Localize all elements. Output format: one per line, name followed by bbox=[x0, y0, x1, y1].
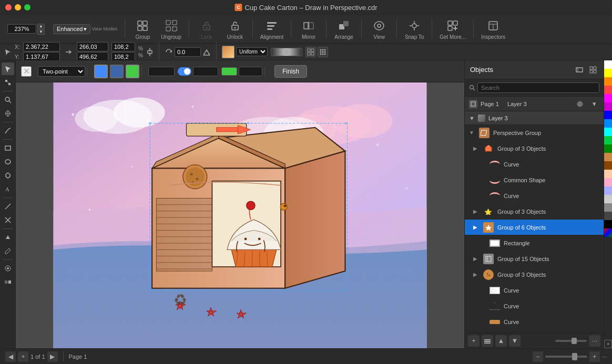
canvas-drawing[interactable]: ✦ ✦ ✦ ✦ ✦ ✦ bbox=[16, 82, 464, 348]
inspectors-button[interactable]: Inspectors bbox=[478, 16, 508, 41]
panel-grid-icon[interactable] bbox=[588, 65, 598, 75]
palette-color-pink[interactable] bbox=[604, 178, 612, 186]
layer-down-button[interactable]: ▼ bbox=[509, 335, 521, 347]
object-item-curve-4[interactable]: ▶ Curve bbox=[465, 298, 604, 314]
object-item-group15[interactable]: ▶ Group of 15 Objects bbox=[465, 251, 604, 267]
view-mode-group[interactable]: Enhanced ▾ View Modes bbox=[50, 16, 120, 41]
color-display[interactable] bbox=[221, 67, 237, 76]
object-item-group3-1[interactable]: ▶ Group of 3 Objects bbox=[465, 141, 604, 157]
ungroup-button[interactable]: Ungroup bbox=[158, 16, 184, 41]
unlock-button[interactable]: Unlock bbox=[222, 16, 248, 41]
transparency-slider[interactable] bbox=[271, 48, 302, 56]
layer-up-button[interactable]: ▲ bbox=[495, 335, 507, 347]
palette-color-dark-gray[interactable] bbox=[604, 212, 612, 220]
arrange-button[interactable]: Arrange bbox=[331, 16, 357, 41]
expand-icon[interactable]: ▶ bbox=[473, 209, 480, 214]
select-tool-button[interactable] bbox=[2, 63, 14, 75]
perspective-close-button[interactable]: ✕ bbox=[21, 66, 32, 77]
palette-color-dark-green[interactable] bbox=[604, 144, 612, 153]
view-button[interactable]: View bbox=[366, 16, 392, 41]
fill-tool-button[interactable] bbox=[2, 231, 14, 244]
next-page-button[interactable]: ▶ bbox=[47, 351, 58, 362]
palette-color-light-gray[interactable] bbox=[604, 195, 612, 203]
line-tool-button[interactable] bbox=[2, 200, 14, 213]
x-coord-input[interactable]: 2.367,22 bbox=[23, 42, 60, 51]
palette-color-gray[interactable] bbox=[604, 203, 612, 212]
expand-icon[interactable]: ▶ bbox=[473, 145, 480, 151]
palette-no-fill[interactable]: ✕ bbox=[604, 340, 612, 348]
expand-icon[interactable]: ▶ bbox=[473, 224, 480, 230]
perspective-color-2[interactable] bbox=[110, 65, 124, 78]
object-item-perspective-group[interactable]: ▼ Perspective Group bbox=[465, 125, 604, 141]
layer-expand-icon[interactable]: ▼ bbox=[469, 115, 475, 121]
alignment-button[interactable]: Alignment bbox=[257, 16, 287, 41]
width-pct-input[interactable] bbox=[111, 42, 135, 51]
palette-color-more[interactable] bbox=[604, 228, 612, 237]
layer-3-row[interactable]: ▼ Layer 3 bbox=[465, 111, 604, 125]
zoom-up-button[interactable]: ▲ bbox=[37, 24, 45, 29]
lock-button[interactable]: Lock bbox=[193, 16, 220, 41]
angle-input[interactable] bbox=[175, 47, 201, 57]
panel-chevron-button[interactable]: ▾ bbox=[589, 99, 599, 109]
object-item-group3-3[interactable]: ▶ Group of 3 Objects bbox=[465, 267, 604, 283]
palette-color-cyan[interactable] bbox=[604, 128, 612, 136]
group-button[interactable]: Group bbox=[129, 16, 156, 41]
perspective-toggle[interactable] bbox=[178, 67, 191, 76]
panel-more-button[interactable]: ··· bbox=[589, 335, 600, 347]
object-item-curve-5[interactable]: ▶ Curve bbox=[465, 314, 604, 330]
zoom-in-button[interactable]: + bbox=[589, 351, 600, 362]
add-layer-button[interactable]: + bbox=[468, 335, 480, 347]
palette-color-orange[interactable] bbox=[604, 77, 612, 86]
blend-tool-button[interactable] bbox=[2, 276, 14, 288]
finish-button[interactable]: Finish bbox=[274, 65, 307, 78]
close-button[interactable] bbox=[5, 4, 12, 11]
ellipse-tool-button[interactable] bbox=[2, 155, 14, 168]
object-item-group3-2[interactable]: ▶ ⭐⭐ Group of 3 Objects bbox=[465, 204, 604, 220]
palette-color-white[interactable] bbox=[604, 60, 612, 69]
opacity-1-input[interactable] bbox=[148, 67, 175, 76]
palette-color-black[interactable] bbox=[604, 220, 612, 228]
maximize-button[interactable] bbox=[24, 4, 30, 11]
view-mode-button[interactable]: Enhanced ▾ bbox=[53, 24, 91, 34]
rect-tool-button[interactable] bbox=[2, 142, 14, 154]
object-item-common-shape[interactable]: ▶ Common Shape bbox=[465, 172, 604, 188]
node-tool-button[interactable] bbox=[2, 76, 14, 89]
palette-color-red[interactable] bbox=[604, 86, 612, 94]
layer-settings-button[interactable] bbox=[575, 99, 585, 109]
dots-button[interactable] bbox=[318, 47, 328, 57]
search-input[interactable] bbox=[477, 82, 599, 93]
palette-color-blue[interactable] bbox=[604, 111, 612, 119]
window-controls[interactable] bbox=[5, 4, 30, 11]
opacity-2-input[interactable] bbox=[193, 67, 218, 76]
mirror-button[interactable]: Mirror bbox=[295, 16, 322, 41]
palette-color-light-blue[interactable] bbox=[604, 119, 612, 128]
text-tool-button[interactable]: A bbox=[2, 183, 14, 195]
layer-options-button[interactable] bbox=[482, 335, 493, 347]
prev-page-button[interactable]: ◀ bbox=[5, 351, 16, 362]
object-item-curve-1[interactable]: ▶ Curve bbox=[465, 157, 604, 172]
pan-tool-button[interactable] bbox=[2, 107, 14, 120]
object-item-rectangle-1[interactable]: ▶ Rectangle bbox=[465, 235, 604, 251]
perspective-color-3[interactable] bbox=[126, 65, 139, 78]
get-more-button[interactable]: Get More... bbox=[436, 16, 469, 41]
palette-color-green[interactable] bbox=[604, 136, 612, 144]
snap-to-button[interactable]: Snap To bbox=[401, 16, 427, 41]
add-page-button[interactable]: + bbox=[18, 351, 28, 362]
object-item-curve-3[interactable]: ▶ Curve bbox=[465, 283, 604, 298]
perspective-color-1[interactable] bbox=[94, 65, 108, 78]
zoom-tool-button[interactable] bbox=[2, 93, 14, 106]
palette-color-magenta[interactable] bbox=[604, 94, 612, 102]
palette-color-lavender[interactable] bbox=[604, 186, 612, 195]
freehand-tool-button[interactable] bbox=[2, 124, 14, 137]
zoom-input[interactable]: 237% bbox=[7, 24, 36, 34]
palette-color-dark-brown[interactable] bbox=[604, 161, 612, 170]
status-zoom-slider[interactable] bbox=[545, 356, 587, 358]
panel-expand-icon[interactable] bbox=[574, 65, 585, 75]
fill-type-select[interactable]: Uniform Linear bbox=[236, 47, 268, 56]
object-item-group6[interactable]: ▶ Group of 6 Objects bbox=[465, 220, 604, 235]
grid-button[interactable] bbox=[305, 47, 316, 57]
palette-color-yellow[interactable] bbox=[604, 69, 612, 77]
palette-color-purple[interactable] bbox=[604, 102, 612, 111]
fill-color-swatch[interactable] bbox=[222, 46, 234, 58]
palette-color-peach[interactable] bbox=[604, 170, 612, 178]
